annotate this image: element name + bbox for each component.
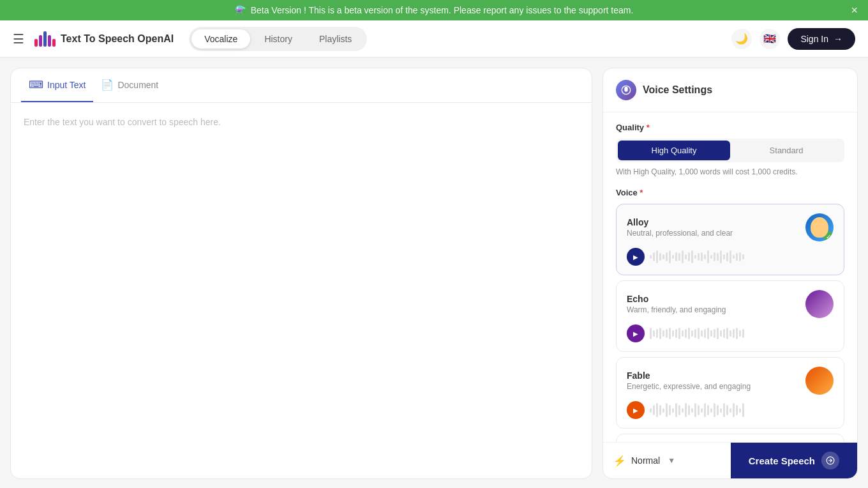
voice-cards: Alloy Neutral, professional, and clear ✓… [616,204,844,442]
waveform-fable [650,401,834,419]
text-area [11,103,592,478]
settings-body: Quality * High Quality Standard With Hig… [603,112,857,442]
speed-label: Normal [631,455,660,466]
header: ☰ Text To Speech OpenAI Vocalize History… [0,20,868,57]
quality-required-star: * [647,123,650,132]
tab-playlists[interactable]: Playlists [306,29,364,49]
voice-settings-icon [616,80,636,100]
play-fable-button[interactable]: ▶ [627,401,645,419]
voice-card-onyx[interactable]: Onyx [616,434,844,442]
menu-icon[interactable]: ☰ [13,31,24,47]
speed-icon: ⚡ [613,455,626,467]
beta-text: Beta Version ! This is a beta version of… [251,5,634,15]
create-speech-icon [821,452,839,469]
create-speech-label: Create Speech [749,455,815,466]
tab-document[interactable]: 📄 Document [93,68,166,102]
speech-text-input[interactable] [24,116,579,466]
avatar-fable [805,367,834,395]
avatar-alloy: ✓ [805,213,834,241]
right-panel: Voice Settings Quality * High Quality St… [602,68,858,479]
document-icon: 📄 [101,79,114,91]
panel-tabs: ⌨ Input Text 📄 Document [11,68,592,103]
sign-in-label: Sign In [800,34,828,44]
selected-check-alloy: ✓ [823,231,834,241]
avatar-echo [805,290,834,318]
voice-required-star: * [640,188,643,197]
logo-icon [34,31,56,47]
input-text-icon: ⌨ [29,79,43,91]
tab-history[interactable]: History [251,29,305,49]
logo-title: Text To Speech OpenAI [61,33,174,45]
play-alloy-button[interactable]: ▶ [627,248,645,266]
quality-note: With High Quality, 1,000 words will cost… [616,167,844,176]
theme-toggle-icon[interactable]: 🌙 [731,29,752,49]
quality-label: Quality * [616,123,844,132]
voice-card-fable[interactable]: Fable Energetic, expressive, and engagin… [616,357,844,429]
voice-desc-alloy: Neutral, professional, and clear [627,229,733,238]
logo-area: Text To Speech OpenAI [34,31,174,47]
bottom-bar: ⚡ Normal ▼ Create Speech [603,442,857,478]
sign-in-arrow-icon: → [834,34,842,44]
voice-label: Voice * [616,188,844,197]
voice-name-echo: Echo [627,294,726,304]
voice-desc-echo: Warm, friendly, and engaging [627,305,726,314]
create-speech-button[interactable]: Create Speech [731,443,857,478]
quality-high-option[interactable]: High Quality [618,141,730,160]
document-label: Document [117,80,158,90]
voice-settings-title: Voice Settings [643,84,712,96]
voice-name-fable: Fable [627,370,751,381]
waveform-alloy [650,248,834,266]
close-banner-button[interactable]: × [851,4,858,17]
tab-vocalize[interactable]: Vocalize [191,29,250,49]
main-content: ⌨ Input Text 📄 Document Voice Settings [0,57,868,488]
header-right: 🌙 🇬🇧 Sign In → [731,28,855,50]
chevron-down-icon: ▼ [668,456,675,465]
voice-desc-fable: Energetic, expressive, and engaging [627,382,751,391]
speed-selector[interactable]: ⚡ Normal ▼ [603,446,731,476]
sign-in-button[interactable]: Sign In → [788,28,855,50]
nav-tabs: Vocalize History Playlists [189,27,367,51]
voice-name-alloy: Alloy [627,217,733,227]
quality-standard-option[interactable]: Standard [730,141,842,160]
input-text-label: Input Text [47,80,86,90]
beta-icon: ⚗️ [235,5,246,15]
language-icon[interactable]: 🇬🇧 [760,29,780,49]
beta-banner: ⚗️ Beta Version ! This is a beta version… [0,0,868,20]
play-echo-button[interactable]: ▶ [627,324,645,342]
voice-card-echo[interactable]: Echo Warm, friendly, and engaging ▶ [616,280,844,352]
quality-selector: High Quality Standard [616,139,844,162]
voice-card-alloy[interactable]: Alloy Neutral, professional, and clear ✓… [616,204,844,275]
waveform-echo [650,324,834,342]
left-panel: ⌨ Input Text 📄 Document [10,68,592,479]
tab-input-text[interactable]: ⌨ Input Text [21,68,93,102]
voice-settings-header: Voice Settings [603,68,857,112]
